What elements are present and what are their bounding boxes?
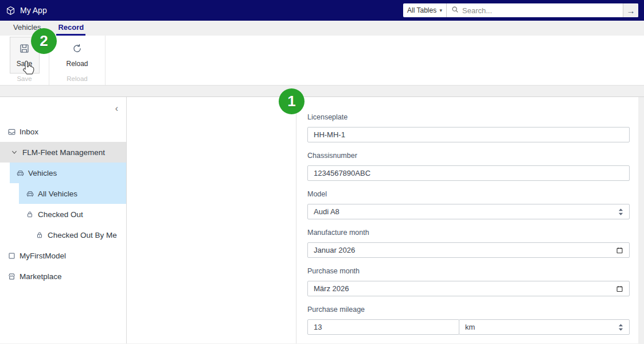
main-area: ‹ Inbox FLM-Fleet Management: [0, 96, 644, 343]
annotation-step-2-badge: 2: [31, 28, 57, 54]
storefront-icon: [7, 272, 16, 281]
model-select-value: Audi A8: [314, 207, 339, 216]
table-scope-value: All Tables: [407, 6, 436, 14]
search-submit-button[interactable]: →: [623, 3, 638, 17]
field-purchase-mileage: Purchase mileage km: [307, 306, 630, 335]
app-cube-icon: [6, 6, 15, 16]
sidebar-item-vehicles[interactable]: Vehicles: [10, 163, 126, 183]
mileage-unit-select[interactable]: km: [459, 319, 630, 335]
sidebar-item-marketplace[interactable]: Marketplace: [0, 266, 126, 287]
save-floppy-icon: [19, 43, 30, 56]
table-scope-select[interactable]: All Tables ▾: [403, 3, 447, 17]
lock-user-icon: [35, 231, 44, 239]
page-gap: [0, 86, 644, 96]
hand-cursor-icon: [21, 60, 36, 79]
navigation-sidebar: ‹ Inbox FLM-Fleet Management: [0, 97, 127, 343]
sidebar-item-inbox[interactable]: Inbox: [0, 121, 126, 142]
search-input[interactable]: [462, 6, 618, 15]
field-label: Purchase month: [307, 267, 630, 275]
chevron-left-icon: ‹: [115, 103, 118, 113]
reload-button-label: Reload: [66, 60, 88, 68]
sidebar-tree: Inbox FLM-Fleet Management: [0, 121, 126, 287]
field-label: Manufacture month: [307, 229, 630, 237]
field-model: Model Audi A8: [307, 190, 630, 219]
car-icon: [25, 190, 34, 198]
tab-bar: Vehicles Record: [0, 21, 644, 36]
sidebar-collapse-button[interactable]: ‹: [115, 104, 118, 113]
app-brand: My App: [6, 6, 47, 16]
sidebar-item-label: MyFirstModel: [19, 252, 66, 260]
arrow-right-icon: →: [627, 6, 635, 15]
sidebar-item-label: Inbox: [19, 127, 38, 136]
model-select[interactable]: Audi A8: [307, 204, 630, 219]
annotation-step-1-badge: 1: [279, 88, 305, 114]
record-form-panel: Licenseplate Chassisnumber Model Audi A8: [127, 97, 638, 343]
calendar-icon: [616, 246, 623, 254]
car-icon: [15, 169, 25, 177]
caret-down-icon: ▾: [439, 7, 442, 13]
search-field: [447, 3, 623, 17]
sidebar-item-label: Vehicles: [28, 169, 57, 177]
calendar-icon: [616, 285, 623, 292]
chevron-down-icon: [10, 149, 19, 155]
purchase-month-input[interactable]: März 2026: [307, 281, 630, 296]
tab-record[interactable]: Record: [56, 21, 85, 36]
field-manufacture-month: Manufacture month Januar 2026: [307, 229, 630, 258]
sidebar-item-label: All Vehicles: [38, 190, 77, 198]
sidebar-item-label: Checked Out: [38, 210, 83, 219]
scrollbar-gutter[interactable]: [638, 97, 644, 343]
sidebar-item-checked-out-by-me[interactable]: Checked Out By Me: [0, 225, 126, 245]
field-label: Licenseplate: [307, 113, 630, 121]
field-chassisnumber: Chassisnumber: [307, 152, 630, 181]
purchase-month-value: März 2026: [314, 284, 349, 293]
field-licenseplate: Licenseplate: [307, 113, 630, 142]
sidebar-item-all-vehicles[interactable]: All Vehicles: [19, 183, 126, 204]
reload-group-label: Reload: [67, 75, 87, 82]
sidebar-item-label: Marketplace: [19, 272, 62, 281]
sidebar-item-myfirstmodel[interactable]: MyFirstModel: [0, 245, 126, 266]
record-toolbar: Save Save Reload Reload: [0, 36, 644, 86]
top-navbar: My App All Tables ▾ →: [0, 0, 644, 21]
sidebar-item-label: Checked Out By Me: [48, 231, 117, 239]
form-left-column: [127, 97, 296, 343]
form-fields-column: Licenseplate Chassisnumber Model Audi A8: [296, 97, 638, 343]
stepper-up-down-icon: [618, 323, 623, 331]
licenseplate-input[interactable]: [307, 127, 630, 142]
field-label: Model: [307, 190, 630, 198]
manufacture-month-input[interactable]: Januar 2026: [307, 242, 630, 258]
reload-icon: [72, 43, 83, 56]
field-purchase-month: Purchase month März 2026: [307, 267, 630, 296]
manufacture-month-value: Januar 2026: [314, 246, 355, 254]
toolbar-group-reload: Reload Reload: [49, 36, 106, 85]
reload-button[interactable]: Reload: [63, 37, 92, 74]
app-title: My App: [20, 6, 47, 15]
lock-icon: [25, 210, 34, 218]
stepper-up-down-icon: [618, 208, 623, 215]
chassisnumber-input[interactable]: [307, 165, 630, 181]
field-label: Purchase mileage: [307, 306, 630, 314]
inbox-icon: [7, 127, 16, 136]
sidebar-item-flm-fleet-management[interactable]: FLM-Fleet Management: [0, 142, 126, 163]
sidebar-item-checked-out[interactable]: Checked Out: [0, 204, 126, 225]
square-icon: [7, 252, 16, 260]
mileage-unit-value: km: [465, 323, 475, 331]
field-label: Chassisnumber: [307, 152, 630, 160]
purchase-mileage-input[interactable]: [307, 319, 459, 335]
search-icon: [451, 5, 459, 16]
global-search-bar: All Tables ▾ →: [403, 3, 638, 17]
sidebar-item-label: FLM-Fleet Management: [22, 148, 105, 157]
